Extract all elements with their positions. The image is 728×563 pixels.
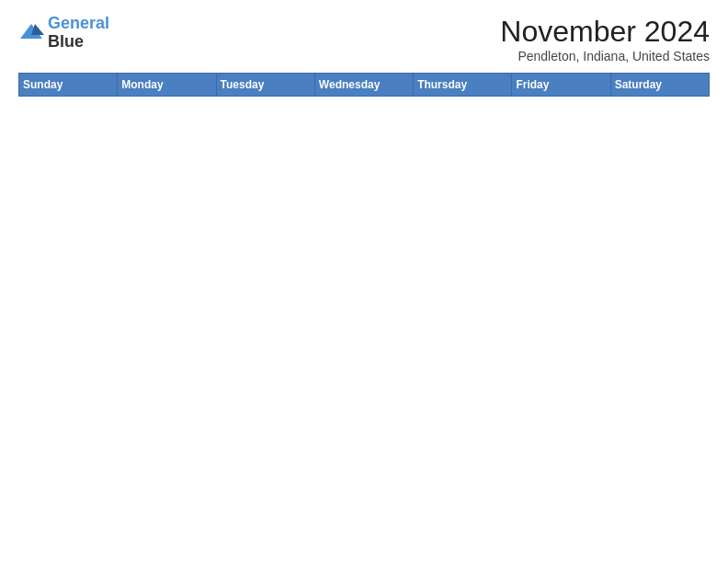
logo-icon <box>18 20 44 46</box>
header: General Blue November 2024 Pendleton, In… <box>18 15 710 63</box>
header-friday: Friday <box>512 74 610 97</box>
header-sunday: Sunday <box>19 74 118 97</box>
month-title: November 2024 <box>500 15 710 49</box>
logo: General Blue <box>18 15 109 52</box>
location: Pendleton, Indiana, United States <box>500 49 710 63</box>
calendar-table: SundayMondayTuesdayWednesdayThursdayFrid… <box>18 73 710 97</box>
title-block: November 2024 Pendleton, Indiana, United… <box>500 15 710 63</box>
logo-text: General Blue <box>48 15 109 52</box>
header-saturday: Saturday <box>610 74 709 97</box>
page: General Blue November 2024 Pendleton, In… <box>0 0 728 106</box>
header-tuesday: Tuesday <box>216 74 314 97</box>
header-row: SundayMondayTuesdayWednesdayThursdayFrid… <box>19 74 710 97</box>
header-monday: Monday <box>118 74 216 97</box>
header-thursday: Thursday <box>414 74 512 97</box>
header-wednesday: Wednesday <box>314 74 413 97</box>
